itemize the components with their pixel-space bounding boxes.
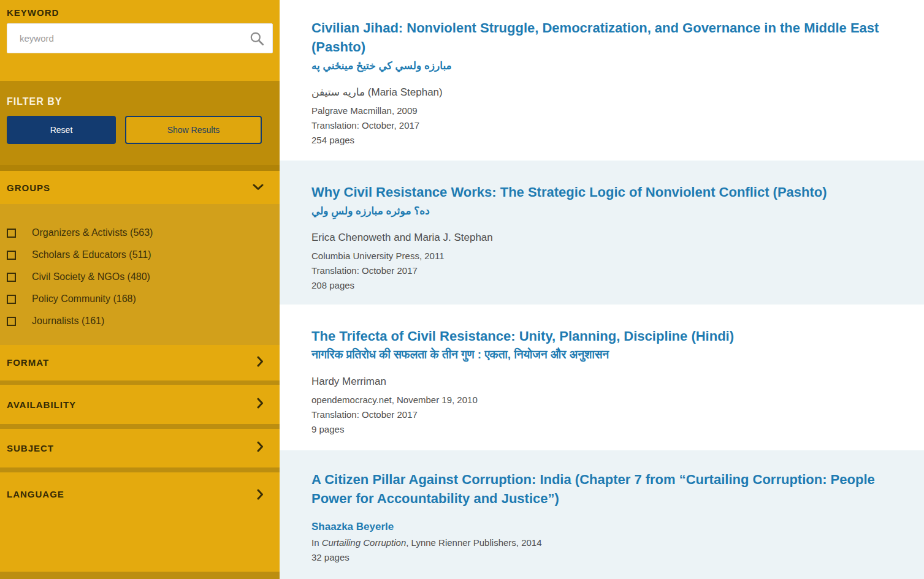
result-title-link[interactable]: Why Civil Resistance Works: The Strategi…: [311, 183, 899, 202]
result-publisher: opendemocracy.net, November 19, 2010: [311, 393, 899, 407]
chevron-right-icon: [257, 441, 264, 455]
result-page-count: 208 pages: [311, 278, 899, 293]
search-icon[interactable]: [249, 31, 265, 47]
section-divider: [0, 424, 280, 429]
group-option-label: Scholars & Educators (511): [32, 249, 151, 260]
subject-heading: SUBJECT: [7, 443, 54, 453]
result-title-link[interactable]: The Trifecta of Civil Resistance: Unity,…: [311, 327, 899, 346]
result-item: The Trifecta of Civil Resistance: Unity,…: [280, 305, 924, 450]
format-heading: FORMAT: [7, 357, 49, 368]
subject-section-header[interactable]: SUBJECT: [0, 429, 280, 467]
group-option-civil-society-ngos[interactable]: Civil Society & NGOs (480): [7, 271, 273, 282]
checkbox[interactable]: [7, 273, 16, 282]
chevron-right-icon: [257, 398, 264, 411]
keyword-heading: KEYWORD: [7, 7, 273, 18]
result-page-count: 254 pages: [311, 133, 899, 148]
result-publisher: In Curtailing Corruption, Lynne Rienner …: [311, 535, 899, 550]
availability-heading: AVAILABILITY: [7, 399, 76, 410]
result-title-link[interactable]: A Citizen Pillar Against Corruption: Ind…: [311, 470, 899, 508]
result-author: Shaazka Beyerle: [311, 520, 899, 534]
result-item: A Citizen Pillar Against Corruption: Ind…: [280, 450, 924, 579]
result-translation-date: Translation: October 2017: [311, 407, 899, 422]
reset-button[interactable]: Reset: [7, 116, 116, 144]
result-meta: opendemocracy.net, November 19, 2010 Tra…: [311, 393, 899, 437]
result-page-count: 9 pages: [311, 422, 899, 437]
group-option-label: Organizers & Activists (563): [32, 227, 153, 238]
group-option-label: Civil Society & NGOs (480): [32, 271, 150, 282]
result-page-count: 32 pages: [311, 550, 899, 565]
group-option-organizers-activists[interactable]: Organizers & Activists (563): [7, 227, 273, 238]
result-item: Why Civil Resistance Works: The Strategi…: [280, 161, 924, 305]
group-option-label: Policy Community (168): [32, 293, 136, 305]
checkbox[interactable]: [7, 229, 16, 238]
group-option-journalists[interactable]: Journalists (161): [7, 316, 273, 327]
result-author: (Maria Stephan) ماریه ستیفن: [311, 85, 899, 100]
checkbox[interactable]: [7, 295, 16, 304]
groups-heading: GROUPS: [7, 183, 50, 193]
group-option-label: Journalists (161): [32, 316, 104, 327]
language-section-header[interactable]: LANGUAGE: [0, 472, 280, 572]
result-title-link[interactable]: Civilian Jihad: Nonviolent Struggle, Dem…: [311, 18, 899, 56]
result-author-link[interactable]: Shaazka Beyerle: [311, 520, 394, 534]
format-section-header[interactable]: FORMAT: [0, 345, 280, 380]
result-publisher: Palgrave Macmillan, 2009: [311, 104, 899, 118]
result-author: Erica Chenoweth and Maria J. Stephan: [311, 230, 899, 245]
filter-by-section: FILTER BY Reset Show Results: [0, 81, 280, 165]
result-meta: Palgrave Macmillan, 2009 Translation: Oc…: [311, 104, 899, 148]
checkbox[interactable]: [7, 251, 16, 260]
keyword-section: KEYWORD: [0, 0, 280, 81]
keyword-input[interactable]: [20, 33, 249, 44]
availability-section-header[interactable]: AVAILABILITY: [0, 385, 280, 423]
result-translated-title: नागरिक प्रतिरोध की सफलता के तीन गुण : एक…: [311, 347, 899, 363]
result-publisher: Columbia University Press, 2011: [311, 249, 899, 263]
section-divider: [0, 380, 280, 385]
groups-section-header[interactable]: GROUPS: [0, 171, 280, 204]
groups-filter-list: Organizers & Activists (563) Scholars & …: [0, 204, 280, 345]
checkbox[interactable]: [7, 317, 16, 326]
chevron-right-icon: [257, 489, 264, 502]
section-divider: [0, 165, 280, 171]
result-author: Hardy Merriman: [311, 374, 899, 389]
section-divider: [0, 467, 280, 472]
chevron-right-icon: [257, 356, 264, 369]
filter-sidebar: KEYWORD FILTER BY Reset Show Results GRO…: [0, 0, 280, 579]
chevron-down-icon: [253, 182, 264, 193]
language-heading: LANGUAGE: [7, 489, 64, 499]
group-option-scholars-educators[interactable]: Scholars & Educators (511): [7, 249, 273, 260]
result-meta: Columbia University Press, 2011 Translat…: [311, 249, 899, 293]
result-translated-title: ولي ‎ولسِ ‎مبارزه ‎موثره ‎ده؟: [311, 204, 899, 219]
group-option-policy-community[interactable]: Policy Community (168): [7, 293, 273, 305]
result-meta: In Curtailing Corruption, Lynne Rienner …: [311, 535, 899, 565]
filter-by-heading: FILTER BY: [7, 96, 273, 107]
keyword-search-box: [7, 23, 273, 53]
result-translated-title: په ‎مینځني ‎ختیځ ‎کي ‎ولسي ‎مبارزه: [311, 59, 899, 74]
section-divider: [0, 572, 280, 579]
result-translation-date: Translation: October, 2017: [311, 118, 899, 133]
result-item: Civilian Jihad: Nonviolent Struggle, Dem…: [280, 0, 924, 161]
search-results-list: Civilian Jihad: Nonviolent Struggle, Dem…: [280, 0, 924, 579]
result-translation-date: Translation: October 2017: [311, 263, 899, 278]
show-results-button[interactable]: Show Results: [125, 116, 262, 144]
